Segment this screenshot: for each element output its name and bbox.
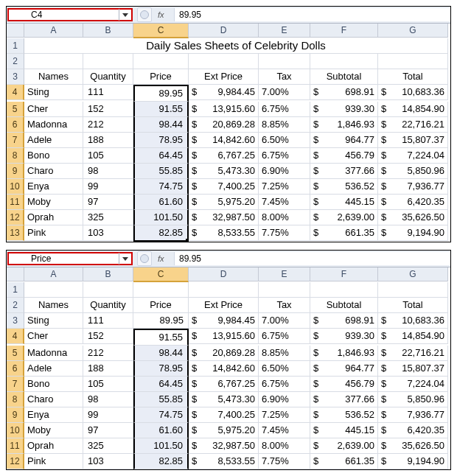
cell-qty[interactable]: 212 [83,346,133,361]
cell-total[interactable]: $9,194.90 [378,225,448,241]
empty-cell[interactable] [259,54,310,69]
cell-total[interactable]: $14,854.90 [378,329,448,344]
expand-formula-button[interactable] [137,7,152,22]
row-header-3[interactable]: 3 [7,313,24,329]
cell-subtotal[interactable]: $939.30 [310,102,378,117]
cell-extprice[interactable]: $14,842.60 [189,133,259,148]
column-header-B[interactable]: B [83,267,133,281]
cell-tax[interactable]: 6.90% [259,164,310,179]
cell-tax[interactable]: 6.75% [259,102,310,117]
empty-cell[interactable] [189,54,259,69]
cell-price[interactable]: 55.85 [133,392,189,407]
cell-tax[interactable]: 7.75% [259,454,310,469]
row-header-6[interactable]: 6 [7,361,24,377]
row-header-12[interactable]: 12 [7,210,24,225]
cell-qty[interactable]: 98 [83,392,133,407]
cell-subtotal[interactable]: $377.66 [310,164,378,179]
cell-name[interactable]: Madonna [24,117,83,133]
cell-tax[interactable]: 7.25% [259,407,310,423]
cell-name[interactable]: Bono [24,377,83,392]
cell-total[interactable]: $10,683.36 [378,313,448,329]
cell-qty[interactable]: 111 [83,85,133,100]
select-all-corner[interactable] [7,267,24,281]
row-header-9[interactable]: 9 [7,164,24,179]
column-header-F[interactable]: F [310,267,378,281]
cell-tax[interactable]: 8.00% [259,438,310,454]
row-header-13[interactable]: 13 [7,225,24,241]
row-header-10[interactable]: 10 [7,179,24,195]
cell-qty[interactable]: 325 [83,210,133,225]
cell-qty[interactable]: 103 [83,225,133,241]
cell-name[interactable]: Sting [24,85,83,100]
cell-qty[interactable]: 103 [83,454,133,469]
cell-extprice[interactable]: $7,400.25 [189,407,259,423]
column-header-C[interactable]: C [133,24,189,38]
empty-cell[interactable] [133,54,189,69]
cell-price[interactable]: 101.50 [133,210,189,225]
cell-subtotal[interactable]: $964.77 [310,133,378,148]
row-header-2[interactable]: 2 [7,54,24,69]
cell-subtotal[interactable]: $1,846.93 [310,346,378,361]
column-header-F[interactable]: F [310,24,378,38]
row-header-8[interactable]: 8 [7,148,24,164]
cell-name[interactable]: Charo [24,164,83,179]
cell-total[interactable]: $7,936.77 [378,407,448,423]
cell-extprice[interactable]: $5,473.30 [189,392,259,407]
header-names[interactable]: Names [24,69,83,85]
cell-price[interactable]: 61.60 [133,195,189,210]
header-total[interactable]: Total [378,69,448,85]
cell-name[interactable]: Enya [24,179,83,195]
cell-name[interactable]: Moby [24,423,83,438]
header-price[interactable]: Price [133,298,189,313]
row-header-11[interactable]: 11 [7,438,24,454]
row-header-12[interactable]: 12 [7,454,24,469]
cell-total[interactable]: $6,420.35 [378,195,448,210]
header-tax[interactable]: Tax [259,69,310,85]
cell-tax[interactable]: 6.50% [259,361,310,377]
cell-name[interactable]: Charo [24,392,83,407]
empty-cell[interactable] [24,282,83,298]
column-header-B[interactable]: B [83,24,133,38]
row-header-1[interactable]: 1 [7,282,24,298]
header-extprice[interactable]: Ext Price [189,298,259,313]
cell-name[interactable]: Oprah [24,438,83,454]
cell-subtotal[interactable]: $2,639.00 [310,438,378,454]
cell-price[interactable]: 82.85 [133,225,189,242]
cell-total[interactable]: $9,194.90 [378,454,448,469]
header-names[interactable]: Names [24,298,83,313]
empty-cell[interactable] [133,282,189,298]
fx-label[interactable]: fx [158,10,172,19]
header-total[interactable]: Total [378,298,448,313]
cell-qty[interactable]: 212 [83,117,133,133]
column-header-G[interactable]: G [378,24,448,38]
cell-name[interactable]: Cher [24,329,83,344]
empty-cell[interactable] [378,54,448,69]
cell-qty[interactable]: 152 [83,329,133,344]
row-header-10[interactable]: 10 [7,423,24,438]
cell-subtotal[interactable]: $536.52 [310,407,378,423]
name-box-value[interactable]: Price [9,253,119,264]
cell-extprice[interactable]: $5,975.20 [189,423,259,438]
row-header-11[interactable]: 11 [7,195,24,210]
cell-tax[interactable]: 8.85% [259,117,310,133]
cell-qty[interactable]: 152 [83,102,133,117]
cell-total[interactable]: $14,854.90 [378,102,448,117]
cell-price[interactable]: 91.55 [133,102,189,117]
cell-extprice[interactable]: $9,984.45 [189,313,259,329]
row-header-4[interactable]: 4 [7,85,24,100]
cell-extprice[interactable]: $8,533.55 [189,225,259,241]
cell-extprice[interactable]: $6,767.25 [189,377,259,392]
cell-extprice[interactable]: $20,869.28 [189,117,259,133]
cell-subtotal[interactable]: $536.52 [310,179,378,195]
row-header-2[interactable]: 2 [7,298,24,313]
cell-tax[interactable]: 6.75% [259,377,310,392]
cell-total[interactable]: $15,807.37 [378,133,448,148]
cell-tax[interactable]: 6.75% [259,329,310,344]
cell-price[interactable]: 89.95 [133,313,189,329]
cell-name[interactable]: Adele [24,133,83,148]
row-header-4[interactable]: 4 [7,329,24,344]
cell-qty[interactable]: 97 [83,423,133,438]
cell-qty[interactable]: 99 [83,407,133,423]
cell-qty[interactable]: 97 [83,195,133,210]
cell-total[interactable]: $5,850.96 [378,164,448,179]
